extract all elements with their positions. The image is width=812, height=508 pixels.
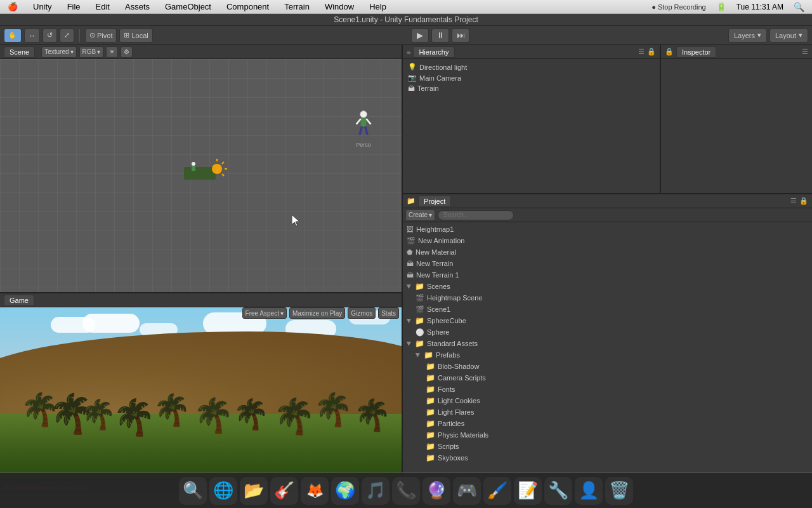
dock-launchpad[interactable]: 🌐 [209, 477, 237, 505]
scene-canvas[interactable]: ← → ↑ Perso [0, 59, 402, 292]
scale-tool-btn[interactable]: ⤢ [60, 29, 74, 43]
inspector-lock-btn[interactable]: ☰ [802, 48, 808, 56]
dock-finder[interactable]: 🔍 [179, 477, 207, 505]
menu-gameobject[interactable]: GameObject [162, 1, 214, 12]
project-item-light-flares[interactable]: 📁 Light Flares [403, 406, 812, 418]
project-item-skyboxes[interactable]: 📁 Skyboxes [403, 452, 812, 464]
rgb-dropdown[interactable]: RGB ▾ [79, 46, 104, 58]
dock-music[interactable]: 🎵 [362, 477, 390, 505]
project-item-heightmap1[interactable]: 🖼 Heightmap1 [403, 224, 812, 235]
pause-btn[interactable]: ⏸ [431, 29, 449, 43]
game-view: Game Free Aspect ▾ Maximize on Play Gizm… [0, 293, 402, 493]
person-label: Perso [356, 142, 371, 148]
inspector-panel-icon: 🔒 [665, 48, 674, 56]
stop-recording-btn[interactable]: ● Stop Recording [649, 3, 709, 11]
hierarchy-inspector-row: ≡ Hierarchy ☰ 🔒 💡 Directional light 📷 Ma… [403, 45, 812, 194]
project-item-scene1[interactable]: 🎬 Scene1 [403, 304, 812, 315]
dock-globe[interactable]: 🌍 [331, 477, 359, 505]
project-menu-btn[interactable]: ☰ [790, 197, 797, 205]
dock-facetime[interactable]: 📞 [392, 477, 420, 505]
game-tab[interactable]: Game [4, 295, 34, 306]
project-item-scenes[interactable]: ▶ 📁 Scenes [403, 281, 812, 292]
dock-trash[interactable]: 🗑️ [605, 477, 633, 505]
dock-guitar[interactable]: 🎸 [270, 477, 298, 505]
project-item-blob-shadow[interactable]: 📁 Blob-Shadow [403, 361, 812, 372]
project-item-new-terrain[interactable]: 🏔 New Terrain [403, 258, 812, 269]
maximize-on-play-btn[interactable]: Maximize on Play [289, 307, 345, 319]
menu-unity[interactable]: Unity [30, 1, 55, 12]
standard-assets-folder-icon: 📁 [415, 339, 424, 348]
hierarchy-item-directional-light[interactable]: 💡 Directional light [403, 62, 660, 72]
project-header: 📁 Project ☰ 🔒 [403, 194, 812, 208]
project-search-input[interactable] [438, 210, 514, 220]
project-item-spherecube[interactable]: ▶ 📁 SphereCube [403, 315, 812, 326]
dock-tools[interactable]: 🔧 [544, 477, 572, 505]
project-lock-btn[interactable]: 🔒 [799, 197, 808, 205]
project-item-standard-assets[interactable]: ▶ 📁 Standard Assets [403, 338, 812, 349]
dock-firefox[interactable]: 🦊 [301, 477, 329, 505]
hierarchy-item-terrain[interactable]: 🏔 Terrain [403, 83, 660, 93]
project-toolbar: Create ▾ [403, 208, 812, 222]
textured-dropdown[interactable]: Textured ▾ [41, 46, 76, 58]
scene-header: Scene Textured ▾ RGB ▾ ☀ ⚙ [0, 45, 402, 59]
pivot-icon: ⊙ [89, 31, 95, 39]
pivot-btn[interactable]: ⊙ Pivot [85, 29, 117, 43]
hierarchy-tab[interactable]: Hierarchy [413, 46, 454, 58]
fx-btn[interactable]: ⚙ [121, 46, 133, 58]
menu-terrain[interactable]: Terrain [282, 1, 312, 12]
game-aspect-btn[interactable]: Free Aspect ▾ [242, 307, 287, 319]
menu-window[interactable]: Window [322, 1, 357, 12]
project-item-new-terrain-1[interactable]: 🏔 New Terrain 1 [403, 269, 812, 281]
hierarchy-menu-btn[interactable]: ☰ [638, 48, 645, 56]
gizmos-btn[interactable]: Gizmos [348, 307, 376, 319]
apple-menu[interactable]: 🍎 [5, 1, 20, 12]
project-item-particles[interactable]: 📁 Particles [403, 418, 812, 429]
menu-component[interactable]: Component [224, 1, 272, 12]
create-dropdown[interactable]: Create ▾ [405, 210, 435, 221]
spherecube-folder-icon: 📁 [415, 316, 424, 325]
hand-tool-btn[interactable]: ✋ [4, 29, 22, 43]
stats-btn[interactable]: Stats [378, 307, 399, 319]
dock-files[interactable]: 📂 [240, 477, 268, 505]
dock-user[interactable]: 👤 [575, 477, 603, 505]
character-svg: ← → ↑ [353, 110, 375, 140]
rotate-tool-btn[interactable]: ↺ [43, 29, 57, 43]
search-icon[interactable]: 🔍 [791, 1, 807, 13]
physic-materials-icon: 📁 [426, 431, 435, 439]
hierarchy-lock-btn[interactable]: 🔒 [647, 48, 656, 56]
layout-dropdown[interactable]: Layout ▾ [769, 29, 808, 43]
menu-assets[interactable]: Assets [122, 1, 152, 12]
scene-tab[interactable]: Scene [4, 46, 35, 58]
dock-ps[interactable]: 🖌️ [483, 477, 511, 505]
move-tool-btn[interactable]: ↔ [24, 29, 40, 43]
project-item-fonts[interactable]: 📁 Fonts [403, 384, 812, 395]
hierarchy-item-main-camera[interactable]: 📷 Main Camera [403, 72, 660, 83]
play-btn[interactable]: ▶ [411, 29, 429, 43]
inspector-tab[interactable]: Inspector [676, 46, 716, 58]
project-item-heightmap-scene[interactable]: 🎬 Heightmap Scene [403, 292, 812, 304]
menu-help[interactable]: Help [367, 1, 389, 12]
local-btn[interactable]: ⊞ Local [119, 29, 152, 43]
project-item-scripts[interactable]: 📁 Scripts [403, 441, 812, 452]
dock-indesign[interactable]: 📝 [514, 477, 542, 505]
project-item-light-cookies[interactable]: 📁 Light Cookies [403, 395, 812, 406]
project-item-new-animation[interactable]: 🎬 New Animation [403, 235, 812, 246]
lighting-btn[interactable]: ☀ [106, 46, 118, 58]
animation-icon: 🎬 [407, 237, 416, 245]
project-item-physic-materials[interactable]: 📁 Physic Materials [403, 429, 812, 441]
local-icon: ⊞ [124, 31, 129, 39]
dock-unity[interactable]: 🔮 [422, 477, 450, 505]
step-btn[interactable]: ⏭ [452, 29, 469, 43]
project-item-camera-scripts[interactable]: 📁 Camera Scripts [403, 372, 812, 384]
project-item-sphere[interactable]: ⚪ Sphere [403, 326, 812, 338]
menu-file[interactable]: File [65, 1, 83, 12]
project-item-new-material[interactable]: ⬟ New Material [403, 246, 812, 258]
project-tab[interactable]: Project [418, 196, 451, 207]
project-item-prefabs[interactable]: ▶ 📁 Prefabs [403, 349, 812, 361]
layers-dropdown[interactable]: Layers ▾ [728, 29, 767, 43]
spherecube-expand-arrow: ▶ [406, 319, 412, 323]
menu-edit[interactable]: Edit [93, 1, 112, 12]
scenes-folder-icon: 📁 [415, 282, 424, 291]
svg-point-15 [192, 162, 195, 166]
dock-game[interactable]: 🎮 [453, 477, 481, 505]
